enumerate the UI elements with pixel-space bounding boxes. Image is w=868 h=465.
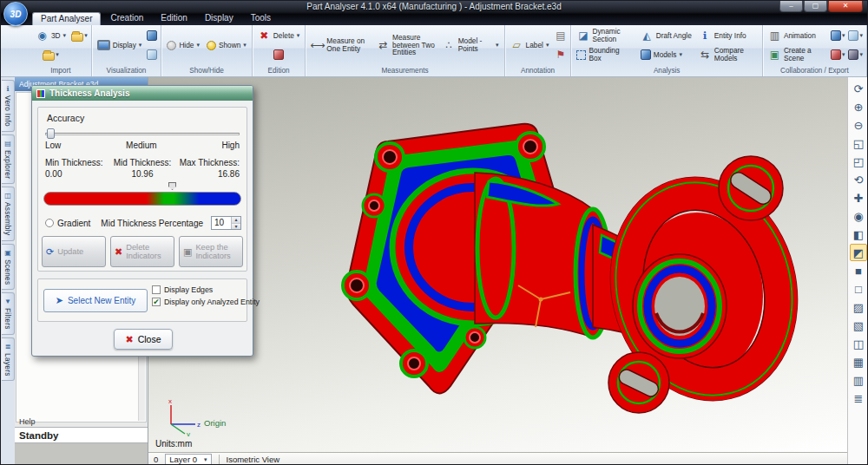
gradient-radio[interactable] xyxy=(45,219,54,227)
accuracy-slider[interactable] xyxy=(45,128,240,139)
zoom-fit-icon[interactable]: ◰ xyxy=(850,153,867,170)
view-iso-icon[interactable]: ◩ xyxy=(850,244,867,261)
menu-tab-creation[interactable]: Creation xyxy=(102,12,151,25)
folder-button[interactable]: ▾ xyxy=(33,45,69,64)
dialog-titlebar[interactable]: Thickness Analysis xyxy=(32,86,253,101)
sidebar-tab-explorer[interactable]: ▤Explorer xyxy=(2,134,15,184)
svg-text:x: x xyxy=(168,397,172,405)
keep-indicators-button[interactable]: ▣ Keep the Indicators xyxy=(179,236,243,267)
cube-dark-button[interactable]: ▾ xyxy=(847,45,864,64)
zoom-out-icon[interactable]: ⊖ xyxy=(850,116,867,134)
zoom-window-icon[interactable]: ◱ xyxy=(850,134,867,152)
measure-between-two-entities-button[interactable]: ⇄Measure between Two Entities xyxy=(374,26,438,64)
folder2-button[interactable]: ▾ xyxy=(70,26,89,45)
cube-blue-button[interactable] xyxy=(146,26,158,45)
spin-up-button[interactable]: ▴ xyxy=(232,217,240,224)
bulb-off-icon xyxy=(167,41,176,50)
menu-tab-tools[interactable]: Tools xyxy=(243,12,279,25)
mid-thickness-marker[interactable] xyxy=(168,182,176,190)
rotate-view-icon[interactable]: ⟳ xyxy=(850,80,867,97)
sidebar-tab-label: Layers xyxy=(3,353,12,377)
side-tab-strip: ℹVero Info▤Explorer◫Assembly▣Scenes▼Filt… xyxy=(1,77,15,465)
close-button[interactable]: ✖ Close xyxy=(114,329,173,350)
grid-icon[interactable]: ▦ xyxy=(850,353,867,370)
eraser-button[interactable] xyxy=(255,45,303,64)
titlebar[interactable]: Part Analyser 4.1.0 x64 (Manufacturing )… xyxy=(1,1,867,25)
accuracy-slider-thumb[interactable] xyxy=(47,128,55,139)
zoom-previous-icon[interactable]: ⟲ xyxy=(850,171,867,188)
spin-down-button[interactable]: ▾ xyxy=(232,224,240,230)
display-only-analyzed-checkbox[interactable]: ✔ Display only Analyzed Entity xyxy=(152,298,260,306)
cube-red-icon xyxy=(831,49,841,60)
indicator-buttons-row: ⟳ Update ✖ Delete Indicators ▣ Keep the … xyxy=(42,236,243,267)
sidebar-tab-filters[interactable]: ▼Filters xyxy=(2,292,15,335)
orbit-icon[interactable]: ◉ xyxy=(850,207,867,225)
close-x-icon: ✖ xyxy=(125,334,133,345)
animation-button[interactable]: ▥Animation xyxy=(766,26,828,45)
transparent-view-icon[interactable]: ▧ xyxy=(850,317,867,334)
pan-icon[interactable]: ✚ xyxy=(850,189,867,206)
menu-tab-part-analyser[interactable]: Part Analyser xyxy=(32,12,101,25)
menu-tab-edition[interactable]: Edition xyxy=(153,12,195,25)
cube-red-button[interactable]: ▾ xyxy=(830,45,846,64)
view-front-icon[interactable]: ◧ xyxy=(850,226,867,243)
maximize-button[interactable]: ▢ xyxy=(804,1,827,12)
button-label: Select New Entity xyxy=(68,296,135,305)
zoom-in-icon[interactable]: ⊕ xyxy=(850,98,867,115)
button-label: Draft Angle xyxy=(656,32,692,40)
bounding-box-button[interactable]: Bounding Box xyxy=(574,45,635,64)
ribbon-group-import: ◉3D▾▾▾Import xyxy=(30,25,92,76)
measure-on-one-entity-button[interactable]: ⟷Measure on One Entity xyxy=(308,26,372,64)
display-button[interactable]: Display▾ xyxy=(95,26,145,64)
layers-grid-icon[interactable]: ≣ xyxy=(850,390,867,407)
cube-glass-button[interactable] xyxy=(146,45,158,64)
refresh-icon: ⟳ xyxy=(46,246,54,257)
shown-button[interactable]: Shown▾ xyxy=(204,26,249,64)
close-window-button[interactable]: ✕ xyxy=(828,1,863,12)
hide-button[interactable]: Hide▾ xyxy=(164,26,202,64)
wireframe-view-icon[interactable]: □ xyxy=(850,280,867,298)
dynamic-section-button[interactable]: ◪Dynamic Section xyxy=(574,26,635,45)
compare-models-button[interactable]: ⇆Compare Models xyxy=(696,45,760,64)
ribbon-group-annotation: ▱Label▾▤⚑Annotation xyxy=(505,25,572,76)
menu-tab-display[interactable]: Display xyxy=(197,12,241,25)
label-button[interactable]: ▱Label▾ xyxy=(508,26,552,64)
note-button[interactable]: ▤ xyxy=(553,26,568,45)
chevron-down-icon: ▾ xyxy=(56,51,59,58)
draft-angle-button[interactable]: ◭Draft Angle xyxy=(638,26,694,45)
sidebar-tab-vero-info[interactable]: ℹVero Info xyxy=(2,80,15,132)
delete-button[interactable]: ✖Delete▾ xyxy=(255,26,303,45)
ribbon: ◉3D▾▾▾ImportDisplay▾VisualizationHide▾Sh… xyxy=(1,25,867,77)
3d-button[interactable]: ◉3D▾ xyxy=(33,26,69,45)
create-a-scene-button[interactable]: ▣Create a Scene xyxy=(766,45,828,64)
mid-thickness-percentage-input[interactable]: 10 ▴ ▾ xyxy=(211,216,241,230)
minimize-button[interactable]: ‒ xyxy=(779,1,803,12)
sidebar-tab-scenes[interactable]: ▣Scenes xyxy=(2,244,15,290)
app-logo[interactable]: 3D xyxy=(3,2,28,26)
cube-glass-button[interactable]: ▾ xyxy=(847,26,864,45)
entity-info-button[interactable]: ℹEntity Info xyxy=(696,26,760,45)
shaded-view-icon[interactable]: ■ xyxy=(850,262,867,279)
update-button[interactable]: ⟳ Update xyxy=(42,236,106,267)
display-edges-checkbox[interactable]: Display Edges xyxy=(152,285,260,294)
origin-indicator: x z y Origin xyxy=(157,396,226,436)
mid-pct-value[interactable]: 10 xyxy=(212,217,231,229)
keep-icon: ▣ xyxy=(183,246,192,257)
mid-pct-label: Mid Thickness Percentage xyxy=(101,219,211,228)
models-button[interactable]: Models▾ xyxy=(638,45,694,64)
delete-indicators-button[interactable]: ✖ Delete Indicators xyxy=(110,236,174,267)
table-icon[interactable]: ▥ xyxy=(850,371,867,389)
sidebar-tab-label: Scenes xyxy=(3,259,12,285)
flag-button[interactable]: ⚑ xyxy=(553,45,568,64)
delete-icon: ✖ xyxy=(115,246,122,257)
hidden-line-view-icon[interactable]: ▨ xyxy=(850,298,867,316)
separator xyxy=(219,455,220,465)
cube-blue-button[interactable]: ▾ xyxy=(830,26,846,45)
model-points-button[interactable]: ∴Model - Points▾ xyxy=(440,26,502,64)
sidebar-tab-layers[interactable]: ≣Layers xyxy=(2,337,15,382)
select-new-entity-button[interactable]: ➤ Select New Entity xyxy=(43,289,148,312)
button-label: Label xyxy=(526,42,543,49)
layer-dropdown[interactable]: Layer 0 ▾ xyxy=(165,454,211,465)
section-view-icon[interactable]: ◫ xyxy=(850,335,867,352)
sidebar-tab-assembly[interactable]: ◫Assembly xyxy=(2,187,15,240)
